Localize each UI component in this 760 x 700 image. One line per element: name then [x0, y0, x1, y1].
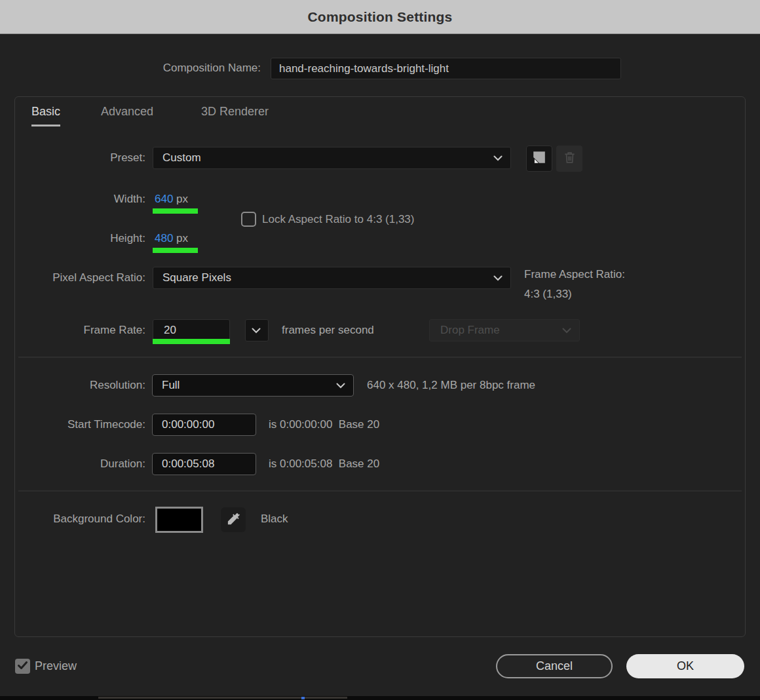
- frame-rate-highlight-bar: [153, 339, 230, 344]
- drop-frame-value: Drop Frame: [440, 324, 500, 336]
- composition-settings-dialog: Composition Settings Composition Name: h…: [0, 0, 760, 700]
- background-app-artifact: [301, 697, 305, 699]
- preview-label: Preview: [35, 659, 77, 674]
- chevron-down-icon: [493, 147, 503, 168]
- width-value[interactable]: 640 px: [155, 188, 188, 210]
- lock-aspect-label: Lock Aspect Ratio to 4:3 (1,33): [262, 208, 414, 231]
- chevron-down-icon: [252, 320, 261, 341]
- preset-label: Preset:: [0, 147, 145, 169]
- resolution-info: 640 x 480, 1,2 MB per 8bpc frame: [367, 374, 535, 397]
- duration-info: is 0:00:05:08 Base 20: [269, 453, 379, 475]
- drop-frame-dropdown-disabled: Drop Frame: [429, 319, 580, 341]
- chevron-down-icon: [336, 375, 345, 396]
- save-preset-button[interactable]: [526, 146, 552, 172]
- width-highlight-bar: [153, 208, 198, 214]
- frame-rate-unit-label: frames per second: [282, 319, 374, 341]
- height-value[interactable]: 480 px: [155, 227, 188, 250]
- tab-basic[interactable]: Basic: [31, 105, 60, 119]
- start-timecode-info: is 0:00:00:00 Base 20: [269, 414, 379, 436]
- chevron-down-icon: [493, 267, 503, 288]
- dialog-titlebar: Composition Settings: [0, 0, 760, 34]
- start-timecode-input[interactable]: 0:00:00:00: [152, 414, 256, 436]
- cancel-button[interactable]: Cancel: [496, 654, 613, 678]
- preview-checkbox[interactable]: [15, 659, 30, 674]
- resolution-label: Resolution:: [0, 374, 145, 397]
- duration-input[interactable]: 0:00:05:08: [152, 453, 256, 475]
- save-preset-icon: [532, 150, 546, 167]
- frame-rate-input[interactable]: 20: [153, 319, 230, 341]
- eyedropper-icon: [226, 511, 241, 529]
- delete-preset-button[interactable]: [556, 146, 582, 172]
- resolution-dropdown[interactable]: Full: [152, 374, 354, 397]
- settings-panel: [14, 96, 746, 637]
- tab-advanced[interactable]: Advanced: [101, 105, 153, 119]
- frame-aspect-label: Frame Aspect Ratio:: [524, 265, 625, 284]
- background-app-artifact: [98, 697, 347, 699]
- composition-name-input[interactable]: hand-reaching-towards-bright-light: [271, 58, 621, 79]
- frame-rate-label: Frame Rate:: [0, 319, 145, 341]
- ok-button[interactable]: OK: [626, 654, 744, 678]
- tab-3d-renderer[interactable]: 3D Renderer: [201, 105, 269, 119]
- lock-aspect-checkbox[interactable]: [241, 212, 256, 227]
- preset-dropdown[interactable]: Custom: [153, 147, 511, 169]
- trash-icon: [562, 150, 577, 168]
- start-timecode-label: Start Timecode:: [0, 414, 145, 436]
- height-label: Height:: [0, 227, 145, 250]
- background-color-name: Black: [261, 508, 288, 530]
- frame-rate-dropdown-button[interactable]: [245, 319, 269, 341]
- eyedropper-button[interactable]: [221, 507, 246, 532]
- width-label: Width:: [0, 188, 145, 210]
- background-color-label: Background Color:: [0, 508, 145, 530]
- background-color-swatch[interactable]: [155, 507, 203, 533]
- resolution-value: Full: [162, 379, 180, 391]
- pixel-aspect-value: Square Pixels: [162, 271, 231, 284]
- dialog-title: Composition Settings: [308, 9, 453, 25]
- section-divider: [18, 490, 742, 492]
- preset-value: Custom: [162, 151, 201, 164]
- pixel-aspect-dropdown[interactable]: Square Pixels: [153, 267, 511, 289]
- pixel-aspect-label: Pixel Aspect Ratio:: [0, 267, 145, 289]
- height-highlight-bar: [153, 248, 198, 253]
- checkmark-icon: [18, 661, 28, 672]
- frame-aspect-value: 4:3 (1,33): [524, 284, 572, 304]
- composition-name-label: Composition Name:: [0, 57, 261, 79]
- duration-label: Duration:: [0, 453, 145, 475]
- section-divider: [18, 357, 742, 358]
- chevron-down-icon: [562, 320, 571, 341]
